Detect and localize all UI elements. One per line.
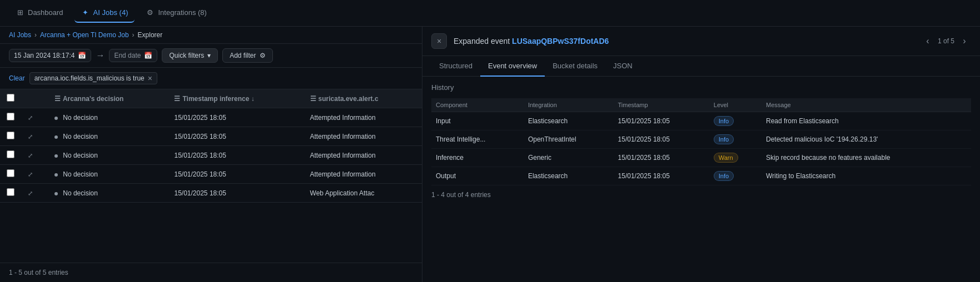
add-filter-button[interactable]: Add filter ⚙ [222,48,272,63]
row-alert-4: Web Application Attac [304,184,422,203]
row-decision-4: No decision [48,184,168,203]
date-separator: → [96,51,105,61]
end-date-input[interactable]: End date 📅 [109,49,157,62]
hist-level-2: Warn [709,149,762,167]
active-filters: Clear arcanna.ioc.fields.is_malicious is… [0,68,422,89]
row-checkbox-4[interactable] [7,188,14,196]
decision-col-label: Arcanna's decision [63,95,124,103]
breadcrumb-sep-2: › [132,31,135,39]
right-panel: × Expanded event LUSaapQBPwS37fDotAD6 ‹ … [422,27,980,282]
table-row[interactable]: ⤢ No decision 15/01/2025 18:05 Web Appli… [0,184,422,203]
table-header-alert[interactable]: ☰ suricata.eve.alert.c [304,89,422,108]
hist-integration-1: OpenThreatIntel [524,130,614,149]
filter-tag-close-icon[interactable]: × [148,74,152,82]
history-section: History Component Integration Timestamp [422,77,980,282]
decision-value-1: No decision [63,133,98,140]
hist-integration-0: Elasticsearch [524,112,614,130]
main-content: AI Jobs › Arcanna + Open TI Demo Job › E… [0,27,980,282]
hist-integration-3: Elasticsearch [524,167,614,185]
decision-dot-0 [54,117,58,120]
history-footer: 1 - 4 out of 4 entries [431,191,971,199]
history-col-component: Component [431,98,524,112]
nav-integrations[interactable]: ⚙ Integrations (8) [139,4,213,23]
row-expand-1[interactable]: ⤢ [21,127,48,146]
select-all-checkbox[interactable] [7,94,14,102]
row-checkbox-1[interactable] [7,132,14,139]
history-col-integration: Integration [524,98,614,112]
table-row[interactable]: ⤢ No decision 15/01/2025 18:05 Attempted… [0,108,422,127]
history-row: Threat Intellige... OpenThreatIntel 15/0… [431,130,971,149]
chevron-down-icon: ▾ [207,52,211,59]
expand-icon-1[interactable]: ⤢ [28,133,33,140]
hist-timestamp-0: 15/01/2025 18:05 [614,112,709,130]
hist-level-0: Info [709,112,762,130]
tab-event-overview[interactable]: Event overview [480,56,545,77]
row-alert-0: Attempted Information [304,108,422,127]
nav-ai-jobs-label: AI Jobs (4) [93,8,128,17]
history-row: Input Elasticsearch 15/01/2025 18:05 Inf… [431,112,971,130]
prev-event-button[interactable]: ‹ [921,34,934,48]
row-checkbox-cell [0,108,21,127]
history-col-timestamp: Timestamp [614,98,709,112]
nav-dashboard[interactable]: ⊞ Dashboard [9,4,70,23]
level-badge-0: Info [714,116,734,126]
row-alert-2: Attempted Information [304,146,422,165]
breadcrumb-ai-jobs[interactable]: AI Jobs [9,31,31,39]
row-timestamp-3: 15/01/2025 18:05 [167,165,303,184]
table-row[interactable]: ⤢ No decision 15/01/2025 18:05 Attempted… [0,146,422,165]
nav-ai-jobs[interactable]: ✦ AI Jobs (4) [74,4,135,23]
hist-component-0: Input [431,112,524,130]
hist-component-2: Inference [431,149,524,167]
filter-col-icon: ☰ [54,95,61,103]
next-event-button[interactable]: › [958,34,971,48]
row-checkbox-2[interactable] [7,150,14,158]
decision-dot-4 [54,192,58,195]
event-title-text: Expanded event [454,37,510,46]
row-expand-0[interactable]: ⤢ [21,108,48,127]
tab-bucket-details[interactable]: Bucket details [545,56,605,77]
event-id: LUSaapQBPwS37fDotAD6 [512,37,609,46]
row-expand-2[interactable]: ⤢ [21,146,48,165]
row-checkbox-cell [0,184,21,203]
start-date-value: 15 Jan 2024 18:17:4 [14,52,74,59]
hist-timestamp-3: 15/01/2025 18:05 [614,167,709,185]
table-row[interactable]: ⤢ No decision 15/01/2025 18:05 Attempted… [0,127,422,146]
close-button[interactable]: × [431,33,447,49]
tab-structured[interactable]: Structured [431,56,480,77]
hist-component-1: Threat Intellige... [431,130,524,149]
row-alert-1: Attempted Information [304,127,422,146]
decision-value-4: No decision [63,189,98,197]
nav-dashboard-label: Dashboard [28,8,63,17]
row-expand-4[interactable]: ⤢ [21,184,48,203]
table-header-timestamp[interactable]: ☰ Timestamp inference ↓ [167,89,303,108]
table-header-expand [21,89,48,108]
quick-filters-button[interactable]: Quick filters ▾ [162,48,218,63]
row-decision-0: No decision [48,108,168,127]
table-footer-text: 1 - 5 out of 5 entries [9,269,68,276]
add-filter-label: Add filter [230,52,256,59]
hist-message-1: Detected malicious IoC '194.26.29.13' [762,130,971,149]
start-date-input[interactable]: 15 Jan 2024 18:17:4 📅 [9,49,91,62]
calendar-icon: 📅 [78,52,86,59]
decision-value-2: No decision [63,152,98,159]
quick-filters-label: Quick filters [169,52,204,59]
breadcrumb-demo-job[interactable]: Arcanna + Open TI Demo Job [40,31,129,39]
row-expand-3[interactable]: ⤢ [21,165,48,184]
left-panel: AI Jobs › Arcanna + Open TI Demo Job › E… [0,27,422,282]
expand-icon-0[interactable]: ⤢ [28,114,33,121]
expand-icon-3[interactable]: ⤢ [28,171,33,178]
row-alert-3: Attempted Information [304,165,422,184]
expand-icon-2[interactable]: ⤢ [28,152,33,159]
expand-icon-4[interactable]: ⤢ [28,190,33,197]
filter-tag-text: arcanna.ioc.fields.is_malicious is true [34,74,145,82]
row-checkbox-0[interactable] [7,113,14,120]
table-header-decision[interactable]: ☰ Arcanna's decision [48,89,168,108]
dashboard-icon: ⊞ [16,8,24,17]
history-row: Output Elasticsearch 15/01/2025 18:05 In… [431,167,971,185]
row-checkbox-3[interactable] [7,169,14,177]
decision-dot-1 [54,135,58,139]
tab-json[interactable]: JSON [605,56,640,77]
row-decision-2: No decision [48,146,168,165]
clear-filters-button[interactable]: Clear [9,74,25,82]
table-row[interactable]: ⤢ No decision 15/01/2025 18:05 Attempted… [0,165,422,184]
